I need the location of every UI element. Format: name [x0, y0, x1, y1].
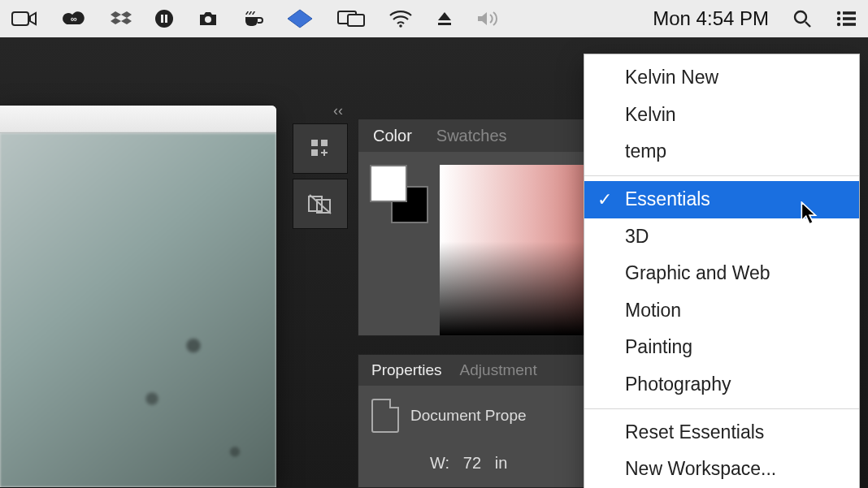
svg-point-5	[205, 16, 211, 23]
svg-point-10	[795, 11, 806, 23]
menubar-clock[interactable]: Mon 4:54 PM	[653, 7, 769, 30]
workspace-item-kelvin-new[interactable]: Kelvin New	[584, 59, 859, 97]
document-canvas[interactable]	[0, 133, 276, 487]
workspace-item-essentials[interactable]: ✓ Essentials	[584, 181, 859, 218]
tab-properties[interactable]: Properties	[371, 361, 442, 379]
workspace-item-reset[interactable]: Reset Essentials	[584, 414, 859, 451]
svg-line-11	[805, 22, 810, 27]
collapsed-panel-strip: ‹‹	[293, 102, 348, 234]
workspace-item-temp[interactable]: temp	[584, 133, 859, 171]
foreground-color-swatch[interactable]	[370, 165, 407, 202]
width-value: 72	[463, 454, 481, 472]
svg-point-2	[155, 10, 173, 28]
menu-separator	[584, 408, 859, 409]
color-field[interactable]	[440, 165, 592, 335]
caffeine-icon[interactable]	[242, 9, 263, 28]
document-icon	[371, 399, 399, 433]
svg-point-12	[837, 11, 840, 15]
tab-swatches[interactable]: Swatches	[436, 127, 507, 145]
uad-diamond-icon[interactable]	[286, 8, 314, 29]
svg-rect-20	[311, 149, 318, 156]
spotlight-icon[interactable]	[792, 8, 813, 29]
displays-icon[interactable]	[336, 9, 366, 28]
width-unit: in	[495, 454, 508, 472]
svg-rect-4	[165, 15, 167, 23]
workspace-menu: Kelvin New Kelvin temp ✓ Essentials 3D G…	[584, 54, 860, 488]
svg-point-8	[399, 24, 402, 28]
svg-point-16	[837, 23, 840, 26]
tab-adjustments[interactable]: Adjustment	[460, 361, 537, 379]
svg-point-14	[837, 17, 840, 20]
volume-icon[interactable]	[476, 10, 501, 28]
fg-bg-swatch[interactable]	[370, 165, 428, 223]
workspace-item-new[interactable]: New Workspace...	[584, 451, 859, 488]
svg-rect-9	[438, 23, 451, 25]
creative-cloud-icon[interactable]: ∞	[60, 9, 88, 28]
properties-panel: Properties Adjustment Document Prope W: …	[358, 354, 593, 488]
panel-icon-arrange[interactable]	[293, 123, 348, 174]
workspace-item-painting[interactable]: Painting	[584, 329, 859, 366]
facetime-icon[interactable]	[11, 10, 37, 28]
document-properties-label: Document Prope	[410, 407, 527, 425]
properties-panel-tabs: Properties Adjustment	[358, 355, 592, 386]
svg-rect-7	[348, 15, 364, 26]
svg-rect-0	[12, 12, 28, 25]
workspace-item-kelvin[interactable]: Kelvin	[584, 97, 859, 134]
svg-rect-19	[321, 140, 328, 146]
workspace-item-motion[interactable]: Motion	[584, 292, 859, 330]
svg-rect-17	[843, 23, 856, 26]
menu-separator	[584, 175, 859, 176]
document-titlebar[interactable]	[0, 106, 276, 133]
document-window	[0, 106, 276, 487]
pause-badge-icon[interactable]	[154, 9, 174, 28]
macos-menubar: ∞ Mon 4:54 PM	[0, 0, 868, 37]
svg-rect-18	[311, 140, 318, 146]
workspace-item-3d[interactable]: 3D	[584, 218, 859, 256]
tab-color[interactable]: Color	[373, 127, 412, 145]
color-panel-tabs: Color Swatches	[358, 119, 592, 152]
menu-item-label: Essentials	[625, 188, 710, 209]
panel-collapse-arrows[interactable]: ‹‹	[293, 102, 348, 123]
panel-icon-noimage[interactable]	[293, 179, 348, 229]
svg-rect-15	[843, 17, 856, 20]
color-panel: Color Swatches	[358, 119, 593, 336]
checkmark-icon: ✓	[597, 186, 612, 214]
width-readout: W: 72 in	[358, 433, 592, 473]
workspace-item-graphic-web[interactable]: Graphic and Web	[584, 255, 859, 292]
svg-rect-3	[161, 15, 163, 23]
camera-icon[interactable]	[197, 10, 219, 28]
svg-text:∞: ∞	[71, 14, 77, 24]
wifi-icon[interactable]	[388, 10, 413, 28]
dropbox-icon[interactable]	[111, 10, 132, 28]
eject-icon[interactable]	[436, 10, 454, 28]
notification-center-icon[interactable]	[835, 10, 857, 28]
svg-rect-13	[843, 11, 856, 15]
workspace-item-photography[interactable]: Photography	[584, 366, 859, 404]
width-label: W:	[430, 454, 449, 472]
